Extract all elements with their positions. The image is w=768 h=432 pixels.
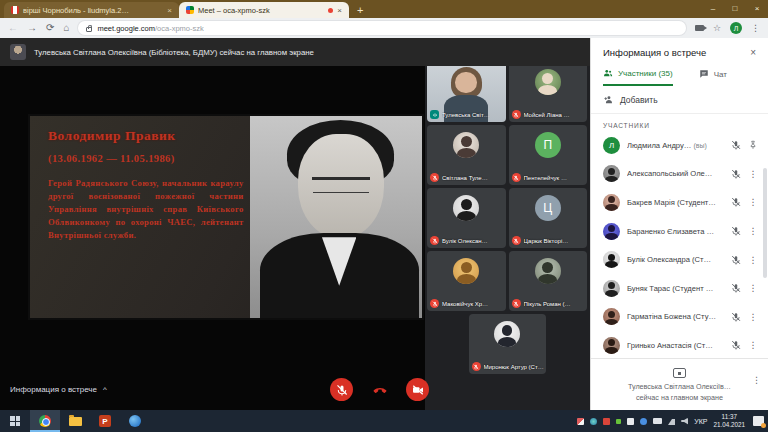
tray-lock-icon[interactable] (627, 418, 634, 425)
participant-menu-icon[interactable]: ⋮ (748, 283, 758, 293)
taskbar-clock[interactable]: 11:37 21.04.2021 (713, 413, 745, 429)
avatar (603, 165, 620, 182)
mic-off-icon (430, 299, 439, 308)
window-controls: – □ × (702, 0, 768, 18)
back-icon[interactable]: ← (8, 23, 18, 33)
panel-close-icon[interactable]: × (750, 47, 756, 58)
home-icon[interactable]: ⌂ (63, 23, 69, 33)
maximize-button[interactable]: □ (724, 0, 746, 18)
meet-bottom-bar: Информация о встрече ^ (0, 378, 590, 404)
portrait-features (312, 177, 371, 180)
participant-menu-icon[interactable]: ⋮ (748, 312, 758, 322)
camera-off-button[interactable] (406, 378, 429, 401)
participant-name: Бакрев Марія (Студент… (627, 198, 724, 207)
mic-off-icon (731, 165, 741, 183)
tab-participants-label: Участники (35) (618, 69, 673, 78)
presenter-banner-text: Тулевська Світлана Олексіївна (Бібліотек… (34, 48, 314, 57)
tile-name: Миронюк Артур (Студент Б… (484, 364, 544, 370)
participant-menu-icon[interactable]: ⋮ (748, 226, 758, 236)
video-tile-moisei[interactable]: Мойсей Ліана … (509, 62, 588, 122)
profile-avatar[interactable]: Л (730, 22, 742, 34)
minimize-button[interactable]: – (702, 0, 724, 18)
portrait-face (298, 134, 384, 239)
taskbar-file-explorer[interactable] (60, 410, 90, 432)
participant-row[interactable]: Гринько Анастасія (Ст… ⋮ (591, 331, 768, 358)
video-tile-myroniuk[interactable]: Миронюк Артур (Студент Б… (469, 314, 546, 374)
panel-footer: Тулевська Світлана Олексіїв… сейчас на г… (591, 358, 768, 410)
network-icon[interactable] (668, 418, 675, 425)
tab-chornobyl[interactable]: вірші Чорнобиль - liudmyla.2… × (4, 2, 179, 18)
bookmark-star-icon[interactable]: ☆ (713, 23, 721, 33)
shared-slide: Володимир Правик (13.06.1962 — 11.05.198… (30, 116, 422, 318)
taskbar-powerpoint[interactable]: P (90, 410, 120, 432)
video-tile-bulik[interactable]: Булік Олексан… (427, 188, 506, 248)
participant-row[interactable]: Алексапольський Оле… ⋮ (591, 160, 768, 189)
participant-menu-icon[interactable]: ⋮ (748, 255, 758, 265)
avatar (535, 258, 561, 284)
language-indicator[interactable]: УКР (694, 418, 707, 425)
avatar (535, 69, 561, 95)
browser-toolbar: ← → ⟳ ⌂ meet.google.com/oca-xpmo-szk ☆ Л… (0, 18, 768, 38)
avatar (453, 195, 479, 221)
participant-row[interactable]: Бараненко Єлизавета … ⋮ (591, 217, 768, 246)
tray-app-icon[interactable] (590, 418, 597, 425)
address-bar[interactable]: meet.google.com/oca-xpmo-szk (78, 21, 685, 35)
tab-meet[interactable]: Meet – oca-xpmo-szk × (179, 2, 349, 18)
pin-icon[interactable] (748, 136, 758, 154)
tray-bluetooth-icon[interactable] (640, 418, 647, 425)
participant-row[interactable]: Гарматіна Божена (Сту… ⋮ (591, 303, 768, 332)
new-tab-button[interactable]: + (357, 4, 363, 18)
participant-row[interactable]: Бакрев Марія (Студент… ⋮ (591, 188, 768, 217)
meeting-info-toggle[interactable]: Информация о встрече ^ (10, 385, 107, 394)
video-tile-tulevska[interactable]: Тулевська Світ… (427, 62, 506, 122)
browser-menu-icon[interactable]: ⋮ (751, 23, 760, 33)
mute-mic-button[interactable] (330, 378, 353, 401)
video-tile-svitlana[interactable]: Світлана Туле… (427, 125, 506, 185)
participant-menu-icon[interactable]: ⋮ (748, 169, 758, 179)
participant-name: Алексапольський Оле… (627, 169, 724, 178)
video-tile-tsariuk[interactable]: Ц Царюк Вікторі… (509, 188, 588, 248)
participant-menu-icon[interactable]: ⋮ (748, 340, 758, 350)
tray-shield-icon[interactable] (577, 418, 584, 425)
add-people-label: Добавить (620, 95, 658, 105)
video-tile-penteleichuk[interactable]: П Пентелейчук … (509, 125, 588, 185)
mic-off-icon (430, 173, 439, 182)
presenter-menu-icon[interactable]: ⋮ (752, 375, 761, 385)
tab-close-icon[interactable]: × (337, 6, 342, 15)
close-button[interactable]: × (746, 0, 768, 18)
tab-participants[interactable]: Участники (35) (603, 68, 673, 86)
avatar: П (535, 132, 561, 158)
browser-tab-strip: вірші Чорнобиль - liudmyla.2… × Meet – o… (0, 0, 768, 18)
panel-title: Информация о встрече (603, 47, 706, 58)
add-people-button[interactable]: Добавить (591, 86, 768, 114)
tab-chat[interactable]: Чат (699, 69, 727, 85)
start-button[interactable] (0, 410, 30, 432)
panel-scrollbar[interactable] (763, 168, 767, 278)
participant-row[interactable]: Булік Олександра (Ст… ⋮ (591, 245, 768, 274)
blue-app-icon (129, 415, 141, 427)
mic-off-icon (512, 173, 521, 182)
speaker-icon[interactable] (681, 418, 688, 425)
participant-row[interactable]: Буняк Тарас (Студент … ⋮ (591, 274, 768, 303)
call-controls (330, 378, 429, 401)
taskbar-app[interactable] (120, 410, 150, 432)
notification-center-icon[interactable] (753, 416, 764, 426)
participants-section-label: УЧАСТНИКИ (591, 114, 768, 131)
presenter-avatar (10, 44, 26, 60)
participant-row[interactable]: Л Людмила Андру…(вы) (591, 131, 768, 160)
tray-red-icon[interactable] (603, 418, 610, 425)
tray-folder-icon[interactable] (653, 418, 662, 424)
taskbar-chrome[interactable] (30, 410, 60, 432)
video-tile-makoviichuk[interactable]: Маковійчук Хр… (427, 251, 506, 311)
tray-arrow-icon[interactable] (616, 419, 621, 424)
slide-body-text: Герой Радянського Союзу, начальник карау… (48, 177, 244, 241)
tab-close-icon[interactable]: × (167, 6, 172, 15)
refresh-icon[interactable]: ⟳ (46, 23, 54, 33)
mic-off-icon (512, 236, 521, 245)
video-tile-pikul[interactable]: Пікуль Роман (… (509, 251, 588, 311)
hang-up-button[interactable] (368, 378, 391, 401)
forward-icon[interactable]: → (27, 23, 37, 33)
participant-menu-icon[interactable]: ⋮ (748, 197, 758, 207)
avatar: Ц (535, 195, 561, 221)
camera-indicator-icon (695, 25, 704, 31)
